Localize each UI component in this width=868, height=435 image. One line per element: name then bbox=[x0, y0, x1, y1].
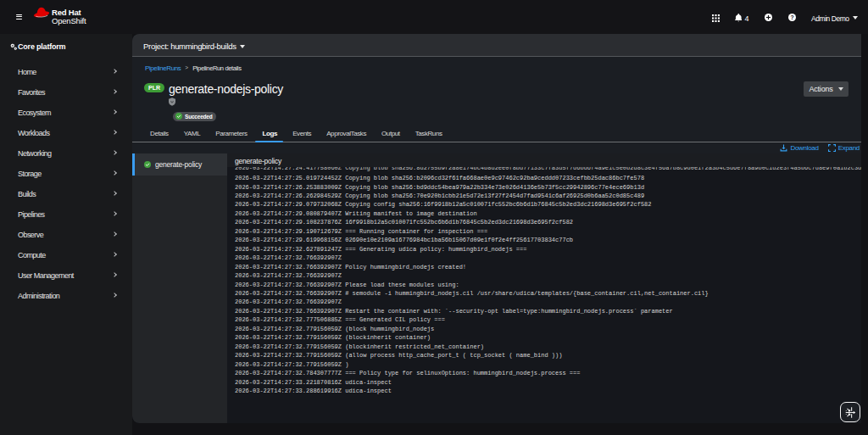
svg-text:?: ? bbox=[790, 14, 793, 20]
